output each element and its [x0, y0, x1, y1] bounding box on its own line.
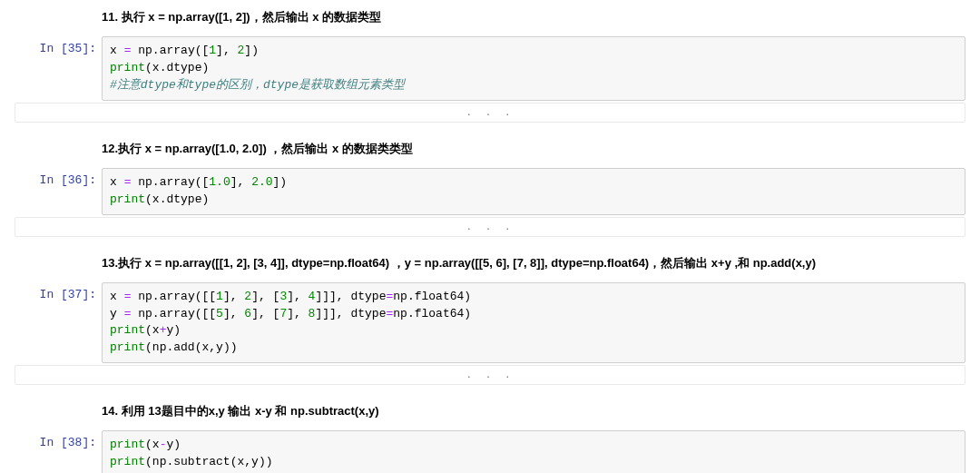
- collapsed-output-toggle[interactable]: . . .: [15, 103, 965, 123]
- code-token: y: [251, 455, 259, 468]
- code-token: dtype: [166, 192, 201, 206]
- code-token: np: [152, 340, 167, 354]
- code-token: ): [201, 61, 209, 74]
- code-token: 2.0: [251, 175, 272, 189]
- code-token: np: [138, 44, 152, 57]
- code-token: ([[: [195, 290, 216, 303]
- code-editor[interactable]: print(x-y) print(np.subtract(x,y)): [102, 430, 965, 473]
- code-token: .: [152, 307, 160, 320]
- code-cell[interactable]: In [38]:print(x-y) print(np.subtract(x,y…: [0, 429, 980, 473]
- code-token: ]): [273, 175, 288, 189]
- code-token: ],: [329, 290, 344, 303]
- code-token: np: [152, 455, 167, 468]
- code-token: ]): [244, 44, 259, 57]
- code-token: 1.0: [209, 175, 230, 189]
- code-token: x: [110, 290, 117, 303]
- code-token: dtype: [350, 290, 386, 303]
- code-token: )): [223, 340, 238, 354]
- markdown-cell[interactable]: 12.执行 x = np.array([1.0, 2.0]) ，然后输出 x 的…: [0, 135, 980, 166]
- code-token: ): [464, 290, 471, 303]
- collapsed-output-toggle[interactable]: . . .: [15, 217, 965, 237]
- code-token: .: [152, 175, 160, 189]
- code-cell[interactable]: In [35]:x = np.array([1], 2]) print(x.dt…: [0, 34, 980, 101]
- code-editor[interactable]: x = np.array([[1], 2], [3], 4]]], dtype=…: [102, 282, 965, 363]
- collapsed-output-toggle[interactable]: . . .: [15, 365, 965, 385]
- code-token: ): [464, 307, 471, 320]
- heading-text: 12.执行 x = np.array([1.0, 2.0]) ，然后输出 x 的…: [102, 141, 980, 157]
- code-token: ],: [251, 290, 266, 303]
- code-cell[interactable]: In [36]:x = np.array([1.0], 2.0]) print(…: [0, 166, 980, 215]
- code-token: array: [160, 307, 195, 320]
- code-token: ],: [223, 307, 238, 320]
- code-token: )): [259, 455, 273, 468]
- input-prompt: In [35]:: [15, 36, 102, 101]
- code-token: (: [145, 192, 152, 206]
- code-token: x: [110, 175, 117, 189]
- markdown-cell[interactable]: 11. 执行 x = np.array([1, 2])，然后输出 x 的数据类型: [0, 4, 980, 34]
- code-content[interactable]: x = np.array([1], 2]) print(x.dtype) #注意…: [110, 43, 957, 94]
- code-editor[interactable]: x = np.array([1.0], 2.0]) print(x.dtype): [102, 168, 965, 215]
- code-token: ([: [195, 175, 210, 189]
- code-token: np: [393, 307, 407, 320]
- code-token: 1: [209, 44, 216, 57]
- code-token: ([: [195, 44, 210, 57]
- code-token: 5: [216, 307, 223, 320]
- code-token: dtype: [350, 307, 386, 320]
- code-token: x: [110, 44, 117, 57]
- code-token: ],: [230, 175, 245, 189]
- markdown-cell[interactable]: 14. 利用 13题目中的x,y 输出 x-y 和 np.subtract(x,…: [0, 398, 980, 429]
- code-token: print: [110, 455, 145, 468]
- code-token: .: [152, 290, 160, 303]
- code-token: float64: [415, 307, 465, 320]
- code-token: ): [201, 192, 209, 206]
- code-token: x: [152, 61, 160, 74]
- code-content[interactable]: x = np.array([[1], 2], [3], 4]]], dtype=…: [110, 289, 957, 357]
- code-content[interactable]: x = np.array([1.0], 2.0]) print(x.dtype): [110, 174, 957, 209]
- code-token: (: [145, 61, 152, 74]
- code-token: .: [407, 290, 415, 303]
- code-content[interactable]: print(x-y) print(np.subtract(x,y)): [110, 437, 957, 471]
- code-editor[interactable]: x = np.array([1], 2]) print(x.dtype) #注意…: [102, 36, 965, 101]
- code-token: (: [145, 438, 152, 451]
- code-token: =: [124, 44, 132, 57]
- code-token: 6: [244, 307, 251, 320]
- code-token: ],: [251, 307, 266, 320]
- heading-text: 14. 利用 13题目中的x,y 输出 x-y 和 np.subtract(x,…: [102, 403, 980, 419]
- notebook: 11. 执行 x = np.array([1, 2])，然后输出 x 的数据类型…: [0, 0, 980, 473]
- code-token: np: [138, 175, 152, 189]
- code-token: y: [216, 340, 223, 354]
- code-token: (: [145, 455, 152, 468]
- code-token: ): [173, 438, 181, 451]
- code-token: y: [110, 307, 117, 320]
- code-token: ,: [244, 455, 251, 468]
- heading-text: 11. 执行 x = np.array([1, 2])，然后输出 x 的数据类型: [102, 9, 980, 25]
- code-token: dtype: [166, 61, 201, 74]
- code-token: print: [110, 192, 145, 206]
- code-token: array: [160, 290, 195, 303]
- code-token: ): [173, 323, 181, 337]
- input-prompt: In [38]:: [15, 430, 102, 473]
- code-token: x: [152, 438, 160, 451]
- heading-text: 13.执行 x = np.array([[1, 2], [3, 4]], dty…: [102, 255, 980, 271]
- code-token: array: [160, 175, 195, 189]
- code-token: (: [145, 323, 152, 337]
- code-token: ],: [287, 307, 301, 320]
- code-token: subtract: [173, 455, 230, 468]
- code-token: 2: [244, 290, 251, 303]
- code-token: ([[: [195, 307, 216, 320]
- code-token: ],: [223, 290, 238, 303]
- input-prompt: In [36]:: [15, 168, 102, 215]
- code-cell[interactable]: In [37]:x = np.array([[1], 2], [3], 4]]]…: [0, 281, 980, 363]
- code-token: print: [110, 438, 145, 451]
- code-token: array: [160, 44, 195, 57]
- code-token: ],: [329, 307, 344, 320]
- code-token: np: [393, 290, 407, 303]
- code-token: print: [110, 61, 145, 74]
- code-token: .: [152, 44, 160, 57]
- code-token: np: [138, 290, 152, 303]
- code-token: x: [152, 192, 160, 206]
- markdown-cell[interactable]: 13.执行 x = np.array([[1, 2], [3, 4]], dty…: [0, 250, 980, 281]
- code-token: ],: [216, 44, 230, 57]
- code-token: .: [407, 307, 415, 320]
- code-token: float64: [415, 290, 465, 303]
